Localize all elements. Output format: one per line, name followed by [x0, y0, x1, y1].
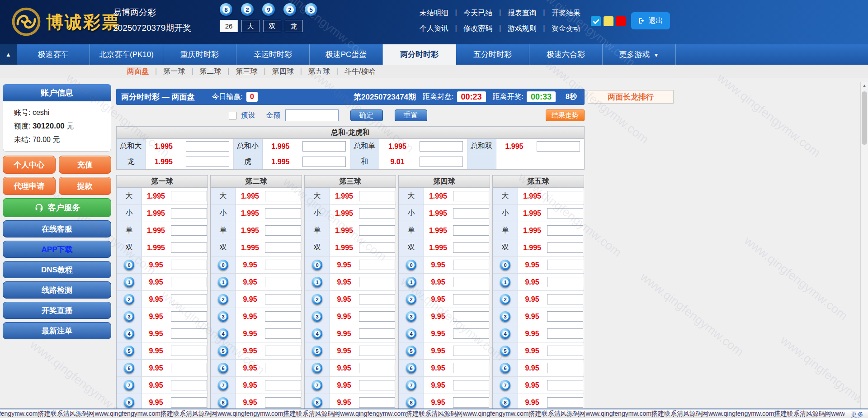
bet-input[interactable]: [453, 311, 489, 322]
bet-input[interactable]: [453, 346, 489, 356]
nav-tab[interactable]: 两分时时彩: [383, 44, 456, 65]
preset-checkbox[interactable]: [229, 112, 236, 119]
bet-input[interactable]: [547, 328, 583, 339]
bet-input[interactable]: [265, 328, 301, 339]
bet-input[interactable]: [453, 242, 489, 253]
bet-input[interactable]: [302, 141, 346, 152]
nav-tab-more[interactable]: 更多游戏▼: [603, 44, 676, 65]
header-link[interactable]: 今天已结: [463, 9, 492, 18]
bet-input[interactable]: [171, 225, 207, 236]
nav-tab[interactable]: 幸运时时彩: [236, 44, 310, 65]
bet-input[interactable]: [265, 380, 301, 390]
header-link[interactable]: 未结明细: [420, 9, 448, 18]
bet-input[interactable]: [547, 363, 583, 373]
bet-input[interactable]: [171, 311, 207, 322]
scrollbar-thumb[interactable]: [862, 91, 867, 145]
bet-input[interactable]: [171, 363, 207, 373]
header-link[interactable]: 个人资讯: [420, 24, 448, 33]
bet-input[interactable]: [453, 294, 489, 304]
header-link[interactable]: 报表查询: [508, 9, 537, 18]
scroll-up-icon[interactable]: ▲: [861, 82, 868, 90]
bet-input[interactable]: [265, 191, 301, 201]
header-link[interactable]: 资金变动: [552, 24, 580, 33]
bet-input[interactable]: [547, 277, 583, 287]
logout-button[interactable]: 退出: [631, 12, 670, 29]
bet-input[interactable]: [547, 191, 583, 201]
bet-input[interactable]: [265, 242, 301, 253]
bet-input[interactable]: [171, 191, 207, 201]
bet-input[interactable]: [359, 277, 395, 287]
bet-input[interactable]: [265, 311, 301, 322]
bet-input[interactable]: [359, 191, 395, 201]
bet-input[interactable]: [453, 208, 489, 218]
footer-more-link[interactable]: 更多: [844, 410, 868, 418]
sidebar-link-button[interactable]: 线路检测: [3, 281, 111, 299]
sidebar-button[interactable]: 充值: [59, 156, 112, 174]
bet-input[interactable]: [453, 260, 489, 270]
bet-input[interactable]: [171, 294, 207, 304]
bet-input[interactable]: [453, 397, 489, 408]
bet-input[interactable]: [171, 242, 207, 253]
reset-button[interactable]: 重置: [395, 109, 427, 121]
nav-tab[interactable]: 重庆时时彩: [163, 44, 236, 65]
bet-input[interactable]: [186, 157, 229, 167]
bet-input[interactable]: [547, 397, 583, 408]
bet-input[interactable]: [359, 294, 395, 304]
bet-input[interactable]: [453, 380, 489, 390]
bet-input[interactable]: [453, 191, 489, 201]
nav-tab[interactable]: 极速PC蛋蛋: [310, 44, 383, 65]
bet-input[interactable]: [547, 294, 583, 304]
bet-input[interactable]: [359, 225, 395, 236]
sidebar-link-button[interactable]: 最新注单: [3, 322, 111, 339]
subnav-item[interactable]: 第四球: [272, 67, 294, 76]
bet-input[interactable]: [420, 157, 463, 167]
bet-input[interactable]: [359, 311, 395, 322]
bet-input[interactable]: [547, 208, 583, 218]
customer-service-button[interactable]: 客户服务: [3, 198, 111, 217]
subnav-item[interactable]: 两面盘: [127, 67, 149, 76]
bet-input[interactable]: [359, 397, 395, 408]
sidebar-link-button[interactable]: 在线客服: [3, 220, 111, 238]
sidebar-link-button[interactable]: APP下载: [3, 241, 111, 258]
bet-input[interactable]: [547, 311, 583, 322]
bet-input[interactable]: [547, 380, 583, 390]
header-link[interactable]: 修改密码: [463, 24, 492, 33]
header-link[interactable]: 开奖结果: [552, 9, 580, 18]
subnav-item[interactable]: 第五球: [308, 67, 330, 76]
bet-input[interactable]: [453, 225, 489, 236]
sidebar-link-button[interactable]: 开奖直播: [3, 302, 111, 319]
bet-input[interactable]: [453, 328, 489, 339]
nav-tab[interactable]: 五分时时彩: [456, 44, 529, 65]
bet-input[interactable]: [453, 363, 489, 373]
header-link[interactable]: 游戏规则: [508, 24, 537, 33]
bet-input[interactable]: [547, 260, 583, 270]
skin-swatch-red[interactable]: [616, 16, 626, 26]
skin-swatch-yellow[interactable]: [604, 16, 613, 26]
subnav-item[interactable]: 斗牛/梭哈: [344, 67, 375, 76]
bet-input[interactable]: [302, 157, 346, 167]
subnav-item[interactable]: 第一球: [163, 67, 185, 76]
bet-input[interactable]: [265, 346, 301, 356]
vertical-scrollbar[interactable]: ▲: [860, 82, 868, 418]
bet-input[interactable]: [265, 260, 301, 270]
bet-input[interactable]: [265, 294, 301, 304]
bet-input[interactable]: [453, 277, 489, 287]
bet-input[interactable]: [265, 277, 301, 287]
bet-input[interactable]: [265, 363, 301, 373]
bet-input[interactable]: [359, 380, 395, 390]
bet-input[interactable]: [547, 346, 583, 356]
bet-input[interactable]: [359, 346, 395, 356]
nav-tab[interactable]: 极速赛车: [17, 44, 90, 65]
bet-input[interactable]: [171, 328, 207, 339]
bet-input[interactable]: [547, 242, 583, 253]
nav-tab[interactable]: 北京赛车(PK10): [90, 44, 163, 65]
bet-input[interactable]: [171, 208, 207, 218]
bet-input[interactable]: [171, 260, 207, 270]
bet-input[interactable]: [359, 208, 395, 218]
bet-input[interactable]: [359, 363, 395, 373]
bet-input[interactable]: [171, 380, 207, 390]
result-trend-button[interactable]: 结果走势: [546, 109, 585, 121]
nav-home-button[interactable]: ▲: [0, 44, 17, 65]
bet-input[interactable]: [359, 260, 395, 270]
bet-input[interactable]: [547, 225, 583, 236]
